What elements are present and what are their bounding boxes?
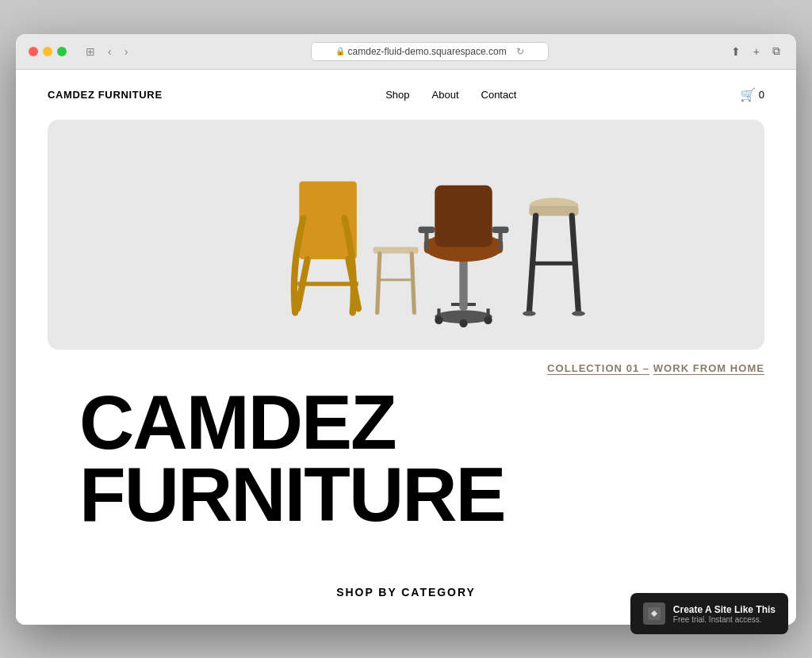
hero-section: COLLECTION 01 – WORK FROM HOME [16,120,796,374]
hero-image [48,120,764,350]
cart-count: 0 [759,89,764,101]
lock-icon: 🔒 [335,47,345,55]
cart-icon: 🛒 [740,87,756,102]
svg-point-30 [523,311,536,316]
svg-line-8 [412,253,414,312]
content-wrapper: CAMDEZ FURNITURE SHOP BY CATEGORY [16,374,796,622]
svg-point-23 [484,316,492,323]
squarespace-icon [643,603,665,625]
new-tab-button[interactable]: + [750,44,763,59]
badge-title: Create A Site Like This [673,604,776,615]
squarespace-badge[interactable]: Create A Site Like This Free trial. Inst… [630,593,788,634]
svg-rect-18 [419,226,435,232]
headline-section: CAMDEZ FURNITURE [16,374,796,530]
title-bar: ⊞ ‹ › 🔒 camdez-fluid-demo.squarespace.co… [29,42,783,69]
squarespace-badge-text: Create A Site Like This Free trial. Inst… [673,604,776,624]
svg-line-7 [377,253,380,312]
browser-actions: ⬆ + ⧉ [728,43,783,59]
address-bar-container: 🔒 camdez-fluid-demo.squarespace.com ↻ [140,42,718,61]
url-text: camdez-fluid-demo.squarespace.com [348,46,507,57]
website-content: CAMDEZ FURNITURE Shop About Contact 🛒 0 [16,70,796,625]
svg-rect-19 [492,226,509,232]
nav-links: Shop About Contact [385,87,516,101]
forward-button[interactable]: › [121,44,132,59]
svg-point-24 [459,319,467,327]
browser-window: ⊞ ‹ › 🔒 camdez-fluid-demo.squarespace.co… [16,34,796,625]
minimize-button[interactable] [43,47,52,56]
browser-chrome: ⊞ ‹ › 🔒 camdez-fluid-demo.squarespace.co… [16,34,796,70]
back-button[interactable]: ‹ [105,44,115,59]
main-headline: CAMDEZ FURNITURE [79,386,796,530]
browser-controls: ⊞ ‹ › [82,44,131,59]
nav-link-shop[interactable]: Shop [385,89,409,101]
svg-point-31 [572,311,585,316]
share-button[interactable]: ⬆ [728,44,744,59]
traffic-lights [29,47,67,56]
nav-item-shop[interactable]: Shop [385,87,409,101]
collection-prefix: COLLECTION 01 – [547,362,649,374]
navigation: CAMDEZ FURNITURE Shop About Contact 🛒 0 [16,70,796,120]
nav-link-contact[interactable]: Contact [481,89,517,101]
nav-link-about[interactable]: About [432,89,459,101]
nav-item-contact[interactable]: Contact [481,87,517,101]
chairs-illustration [48,120,764,350]
cart-button[interactable]: 🛒 0 [740,87,764,102]
badge-subtitle: Free trial. Instant access. [673,615,776,624]
fullscreen-button[interactable] [57,47,67,56]
site-logo[interactable]: CAMDEZ FURNITURE [48,89,163,101]
sidebar-toggle-button[interactable]: ⊞ [82,44,98,59]
address-bar[interactable]: 🔒 camdez-fluid-demo.squarespace.com ↻ [311,42,549,61]
svg-point-22 [435,316,442,323]
copy-button[interactable]: ⧉ [769,43,783,59]
reload-icon: ↻ [516,46,524,57]
close-button[interactable] [29,47,38,56]
svg-rect-2 [299,181,357,222]
nav-item-about[interactable]: About [432,87,459,101]
collection-label: COLLECTION 01 – WORK FROM HOME [547,362,764,374]
svg-rect-17 [435,185,492,247]
svg-rect-0 [201,120,611,350]
collection-link[interactable]: WORK FROM HOME [653,362,764,374]
